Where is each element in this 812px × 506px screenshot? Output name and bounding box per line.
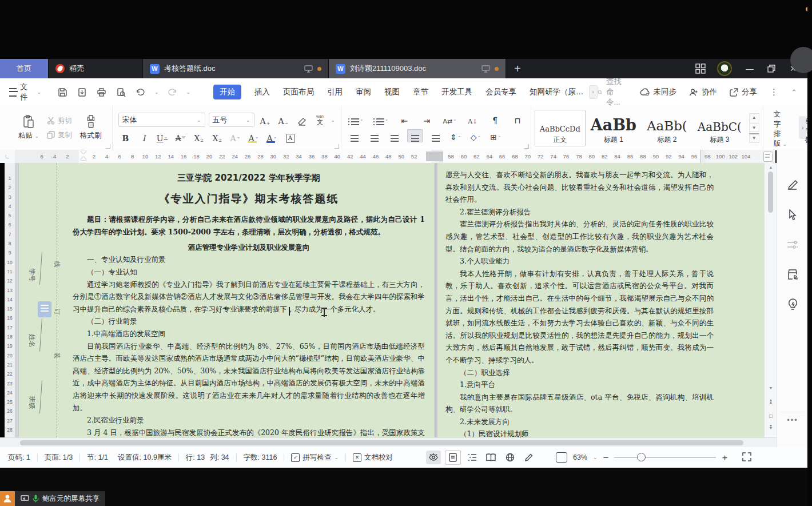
sidebar-more-button[interactable]: ••• (777, 416, 808, 424)
read-view-button[interactable] (484, 451, 499, 464)
font-dialog-launcher[interactable] (335, 144, 339, 149)
char-border-button[interactable]: A (283, 131, 298, 143)
undo-dropdown-icon[interactable]: ⌄ (154, 89, 159, 95)
scroll-up-arrow[interactable]: ▲ (765, 165, 777, 169)
floating-paste-options-icon[interactable] (38, 301, 51, 317)
ribbon-tab-view[interactable]: 视图 (384, 87, 400, 97)
share-button[interactable]: 分享 (730, 87, 757, 97)
document-canvas[interactable]: 线 订 装 学号 姓名 班级 三亚学院 2021/2022 学年秋季学期《专业入… (15, 163, 764, 437)
page-view-button[interactable] (445, 450, 461, 465)
horizontal-ruler[interactable]: 642 246810121416182022242628303234363840… (15, 150, 775, 163)
ribbon-tab-section[interactable]: 章节 (413, 87, 428, 97)
borders-button[interactable]: ⊞⌄ (488, 130, 503, 142)
vertical-ruler[interactable]: 1234567891011121314151617181920212223242… (5, 163, 15, 437)
status-section[interactable]: 节: 1/1 (87, 453, 108, 463)
doc-proof-button[interactable]: ✕ 文档校对 (353, 453, 393, 463)
ribbon-tab-devtools[interactable]: 开发工具 (441, 87, 472, 97)
next-page-button[interactable]: ▼▼ (765, 425, 777, 429)
ribbon-tab-cnki[interactable]: 知网研学（原… (530, 87, 584, 97)
page-2[interactable]: 愿意与人交往、喜欢不断结交新的朋友。我喜欢与朋友一起学习和交流。为人随和，喜欢和… (437, 163, 764, 437)
paragraph-dialog-launcher[interactable] (524, 144, 529, 149)
format-painter-button[interactable]: 格式刷 (75, 110, 106, 146)
font-color-button[interactable]: A⌄ (265, 131, 280, 143)
decrease-indent-button[interactable]: ⇤ (397, 113, 412, 125)
ruler-toggle-icon[interactable] (763, 152, 773, 162)
tab-docer[interactable]: 稻壳 (49, 59, 143, 78)
ink-mode-button[interactable] (522, 451, 536, 464)
status-page-of[interactable]: 页面: 1/3 (45, 453, 73, 463)
zoom-dropdown-icon[interactable]: ⌄ (593, 455, 598, 460)
more-options-icon[interactable]: ⋮ (770, 87, 778, 97)
ribbon-expand-button[interactable]: › (799, 116, 806, 139)
new-tab-button[interactable]: + (506, 59, 529, 78)
style-heading3[interactable]: AaBbC( 标题 3 (692, 110, 747, 146)
tab-home[interactable]: 首页 (0, 59, 49, 78)
decrease-font-button[interactable]: A− (276, 114, 291, 126)
browse-object-button[interactable]: ▢ (765, 413, 777, 419)
phonetic-dropdown-icon[interactable]: ⌄ (331, 117, 336, 123)
align-center-button[interactable] (367, 130, 382, 142)
char-scale-button[interactable]: A⇄⌄ (441, 113, 457, 125)
italic-button[interactable]: I (137, 131, 152, 143)
fullscreen-button[interactable] (742, 452, 751, 463)
print-preview-button[interactable] (116, 86, 127, 98)
numbered-list-button[interactable]: ⌄ (372, 113, 390, 125)
font-name-select[interactable]: 宋体⌄ (118, 113, 205, 127)
right-indent-marker[interactable] (426, 152, 443, 161)
paste-button[interactable]: 粘贴 ⌄ (14, 110, 43, 146)
first-line-indent-marker[interactable] (81, 150, 86, 154)
clipboard-dialog-launcher[interactable] (106, 144, 110, 149)
zoom-out-button[interactable]: − (603, 453, 609, 463)
horizontal-scrollbar[interactable] (0, 437, 777, 448)
ribbon-tab-references[interactable]: 引用 (327, 87, 343, 97)
zoom-slider-knob[interactable] (637, 453, 646, 461)
sort-button[interactable]: A↓ (465, 113, 480, 125)
page-1[interactable]: 线 订 装 学号 姓名 班级 三亚学院 2021/2022 学年秋季学期《专业入… (19, 163, 435, 437)
adjust-settings-button[interactable] (785, 237, 801, 253)
ribbon-tab-page-layout[interactable]: 页面布局 (283, 87, 314, 97)
smart-assistant-button[interactable] (785, 296, 801, 312)
justify-button[interactable] (407, 129, 423, 142)
minimize-button[interactable]: — (743, 64, 756, 73)
page-1-text[interactable]: 三亚学院 2021/2022 学年秋季学期《专业入门指导》期末考核答题纸题目：请… (73, 163, 425, 437)
zoom-slider[interactable] (614, 457, 716, 458)
collapse-ribbon-icon[interactable]: ⌃ (791, 88, 797, 97)
undo-button[interactable] (135, 86, 146, 98)
quickbar-more-icon[interactable]: ⌄ (186, 89, 190, 95)
style-normal[interactable]: AaBbCcDd 正文 (535, 110, 586, 146)
ribbon-tabs-overflow-button[interactable]: › (589, 85, 598, 99)
clear-format-button[interactable] (294, 114, 309, 126)
char-shading-button[interactable]: A⌄ (228, 131, 243, 143)
ink-annotate-button[interactable] (785, 177, 801, 193)
file-menu[interactable]: 文件 ⌄ (0, 82, 47, 102)
hanging-indent-marker[interactable] (81, 157, 86, 162)
text-layout-button[interactable]: 文字排版 ⌄ (769, 110, 792, 146)
tab-grid-icon[interactable] (695, 63, 706, 74)
export-pdf-button[interactable] (77, 86, 88, 98)
docer-mall-button[interactable] (785, 266, 801, 282)
page-2-text[interactable]: 愿意与人交往、喜欢不断结交新的朋友。我喜欢与朋友一起学习和交流。为人随和，喜欢和… (445, 169, 714, 437)
ribbon-tab-insert[interactable]: 插入 (254, 87, 270, 97)
underline-button[interactable]: U⌄ (155, 131, 170, 143)
ribbon-tab-home[interactable]: 开始 (213, 85, 241, 99)
increase-indent-button[interactable]: ⇥ (419, 113, 434, 125)
status-setting-value[interactable]: 设置值: 10.9厘米 (118, 453, 172, 463)
shading-button[interactable]: ◇⌄ (468, 130, 483, 142)
restore-button[interactable] (767, 65, 775, 73)
status-word-count[interactable]: 字数: 3116 (244, 453, 277, 463)
show-marks-button[interactable]: ¶ (488, 113, 503, 125)
vertical-scroll-thumb[interactable] (768, 172, 773, 213)
style-heading1[interactable]: AaBb 标题 1 (586, 110, 642, 146)
styles-scroll-up[interactable]: ▲ (749, 113, 759, 122)
styles-gallery-expand[interactable]: ▼ (749, 133, 759, 143)
zoom-level[interactable]: 63% (573, 453, 587, 461)
cut-button[interactable]: 剪切 (47, 116, 72, 126)
bold-button[interactable]: B (118, 131, 133, 143)
screen-share-indicator[interactable]: 鲍富元的屏幕共享 (0, 491, 105, 506)
redo-button[interactable] (166, 86, 178, 98)
tab-selector-box[interactable]: ∟ (0, 150, 15, 163)
sync-status-button[interactable]: 未同步 (640, 87, 677, 97)
subscript-button[interactable]: X2 (210, 131, 225, 143)
user-avatar[interactable] (717, 61, 732, 76)
zoom-in-button[interactable]: + (722, 453, 727, 463)
